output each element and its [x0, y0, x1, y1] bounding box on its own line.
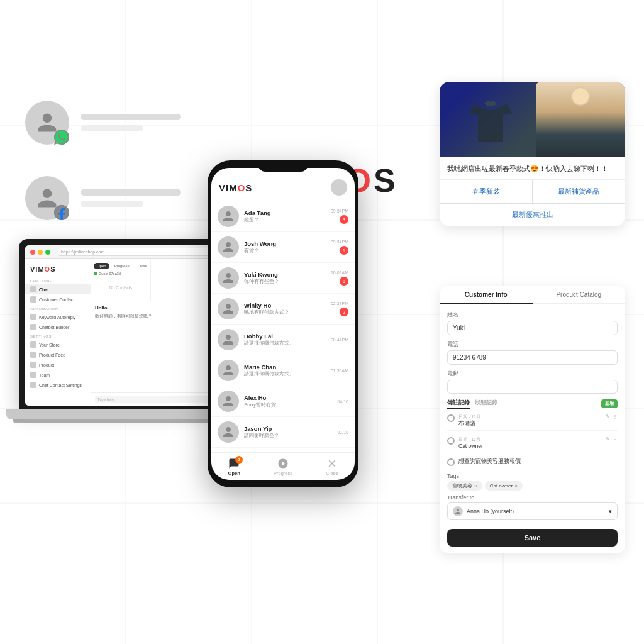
- note-item-2: 日期 - 11月 Cat owner ✎ ⋮: [447, 434, 618, 452]
- crm-new-note-btn[interactable]: 新增: [601, 399, 618, 408]
- contact-info-winky: Winky Ho 喺地有咩付款方式？: [244, 302, 331, 316]
- crm-notes-tab2[interactable]: 狀態記錄: [475, 399, 497, 409]
- crm-email-field-group: 電郵: [447, 370, 618, 394]
- nav-open[interactable]: Open 2: [228, 458, 240, 476]
- sidebar-item-product-feed[interactable]: Product Feed: [25, 350, 91, 360]
- person-image: [536, 82, 625, 157]
- contact-msg-ada: 雞蛋？: [244, 216, 331, 223]
- crm-email-input[interactable]: [447, 380, 618, 394]
- crm-notes-tab1[interactable]: 備註記錄: [447, 399, 470, 409]
- note-item-1: 日期 - 11月 布備議 ✎ ⋮: [447, 411, 618, 431]
- contact-name-yuki: Yuki Kwong: [244, 271, 331, 278]
- btn-new-deals[interactable]: 最新優惠推出: [440, 203, 625, 226]
- avatar-yuki-kwong: [218, 267, 239, 289]
- facebook-avatar-row: [25, 176, 181, 220]
- contact-msg-josh: 有貨？: [244, 247, 331, 254]
- nav-close[interactable]: Close: [326, 458, 338, 476]
- crm-body: 姓名 Yuki 電話 91234 6789 電郵 備註記錄 狀態記錄 新增 日期…: [440, 304, 625, 553]
- tab-progress[interactable]: Progress: [111, 263, 133, 269]
- crm-tab-product-catalog[interactable]: Product Catalog: [533, 286, 626, 303]
- nav-progress[interactable]: Progress: [274, 458, 292, 476]
- transfer-select-inner: Anna Ho (yourself): [453, 506, 514, 516]
- contact-meta-bobby: 08:44PM: [331, 338, 348, 342]
- sidebar-section-automation: AUTOMATION: [25, 304, 91, 312]
- sidebar-item-chat[interactable]: Chat: [25, 284, 91, 294]
- contact-info-josh: Josh Wong 有貨？: [244, 240, 331, 254]
- btn-spring-fashion[interactable]: 春季新裝: [440, 180, 533, 203]
- tab-open[interactable]: Open: [94, 263, 109, 269]
- guest-label: Guest-07ea3d: [99, 272, 121, 275]
- contact-info-yuki: Yuki Kwong 你仲有冇些色？: [244, 271, 331, 285]
- crm-save-button[interactable]: Save: [447, 529, 618, 547]
- contact-info-ada: Ada Tang 雞蛋？: [244, 209, 331, 223]
- contact-alex-ho[interactable]: Alex Ho Sorry暫時冇貨 04/10: [211, 386, 355, 417]
- crm-phone-input[interactable]: 91234 6789: [447, 350, 618, 365]
- promo-image: [440, 82, 625, 157]
- sidebar-item-chatbot[interactable]: Chatbot Builder: [25, 322, 91, 332]
- sidebar-item-product[interactable]: Product: [25, 360, 91, 370]
- contact-ada-tang[interactable]: Ada Tang 雞蛋？ 09:34PM 3: [211, 201, 355, 232]
- tab-close[interactable]: Close: [135, 263, 150, 269]
- sidebar-item-customer-contact[interactable]: Customer Contact: [25, 294, 91, 304]
- contact-info-jason: Jason Yip 請問要咩顏色？: [244, 425, 337, 439]
- crm-notes-tabs: 備註記錄 狀態記錄: [447, 399, 497, 409]
- contact-icon: [30, 296, 36, 303]
- tag-cat-owner: Cat owner ×: [485, 481, 523, 491]
- nav-open-label: Open: [228, 470, 240, 476]
- chat-contact-icon: [30, 382, 36, 388]
- contact-name-marie: Marie Chan: [244, 364, 331, 370]
- note-content-1: 日期 - 11月 布備議: [458, 414, 602, 428]
- btn-restock[interactable]: 最新補貨產品: [533, 180, 626, 203]
- contact-marie-chan[interactable]: Marie Chan 請選擇你嘅付款方式。 01:30AM: [211, 355, 355, 386]
- avatar-jason-yip: [218, 421, 239, 443]
- remove-tag-pet-beauty[interactable]: ×: [474, 483, 477, 489]
- contact-meta-jason: 01/10: [337, 430, 348, 435]
- phone-notch: [258, 160, 308, 172]
- phone-container: VIMOS Ada Tang 雞蛋？ 09:34PM: [208, 160, 358, 487]
- tag-pet-beauty: 寵物美容 ×: [447, 481, 482, 491]
- crm-notes-section: 備註記錄 狀態記錄 新增: [447, 399, 618, 409]
- crm-name-input[interactable]: Yuki: [447, 321, 618, 335]
- remove-tag-cat-owner[interactable]: ×: [514, 483, 518, 489]
- contact-badge-winky: 2: [340, 308, 348, 316]
- edit-icon-1[interactable]: ✎: [606, 414, 610, 419]
- note-checkbox-1[interactable]: [447, 414, 455, 422]
- avatar-wa-lines: [80, 114, 181, 131]
- sidebar-item-your-store[interactable]: Your Store: [25, 340, 91, 350]
- crm-tab-customer-info[interactable]: Customer Info: [440, 286, 533, 304]
- note-checkbox-2[interactable]: [447, 437, 455, 445]
- delete-icon-2[interactable]: ⋮: [613, 436, 618, 442]
- edit-icon-2[interactable]: ✎: [606, 436, 610, 442]
- delete-icon-1[interactable]: ⋮: [613, 414, 618, 419]
- nav-close-label: Close: [326, 470, 338, 476]
- crm-name-field-group: 姓名 Yuki: [447, 311, 618, 335]
- chatbot-icon: [30, 324, 36, 330]
- contact-time-yuki: 10:02AM: [331, 270, 348, 275]
- contact-info-marie: Marie Chan 請選擇你嘅付款方式。: [244, 364, 331, 377]
- sidebar-item-team[interactable]: Team: [25, 370, 91, 380]
- laptop-logo: VIMOS: [25, 264, 91, 277]
- contact-josh-wong[interactable]: Josh Wong 有貨？ 09:34PM 1: [211, 232, 355, 263]
- contact-name-winky: Winky Ho: [244, 302, 331, 309]
- contact-yuki-kwong[interactable]: Yuki Kwong 你仲有冇些色？ 10:02AM 1: [211, 263, 355, 294]
- phone: VIMOS Ada Tang 雞蛋？ 09:34PM: [208, 160, 358, 487]
- contact-badge-yuki: 1: [340, 277, 348, 286]
- contact-time-ada: 09:34PM: [331, 209, 348, 213]
- contact-winky-ho[interactable]: Winky Ho 喺地有咩付款方式？ 02:27PM 2: [211, 294, 355, 325]
- crm-tags-label: Tags: [447, 473, 618, 479]
- note-actions-1: ✎ ⋮: [606, 414, 618, 419]
- contact-time-winky: 02:27PM: [331, 301, 348, 306]
- note-date-2: 日期 - 11月: [458, 436, 602, 443]
- contact-meta-yuki: 10:02AM 1: [331, 270, 348, 286]
- note-content-2: 日期 - 11月 Cat owner: [458, 436, 602, 449]
- avatar-fb: [25, 176, 69, 220]
- contact-bobby-lai[interactable]: Bobby Lai 請選擇你嘅付款方式。 08:44PM: [211, 325, 355, 355]
- sidebar-item-chat-contact[interactable]: Chat Contact Settings: [25, 380, 91, 390]
- note-checkbox-3[interactable]: [447, 458, 455, 466]
- contact-msg-winky: 喺地有咩付款方式？: [244, 309, 331, 316]
- crm-transfer-select[interactable]: Anna Ho (yourself) ▾: [447, 502, 618, 520]
- sidebar-item-keyword[interactable]: Keyword Autoreply: [25, 312, 91, 322]
- phone-user-avatar[interactable]: [331, 179, 347, 196]
- avatar-alex-ho: [218, 391, 239, 412]
- contact-jason-yip[interactable]: Jason Yip 請問要咩顏色？ 01/10: [211, 417, 355, 448]
